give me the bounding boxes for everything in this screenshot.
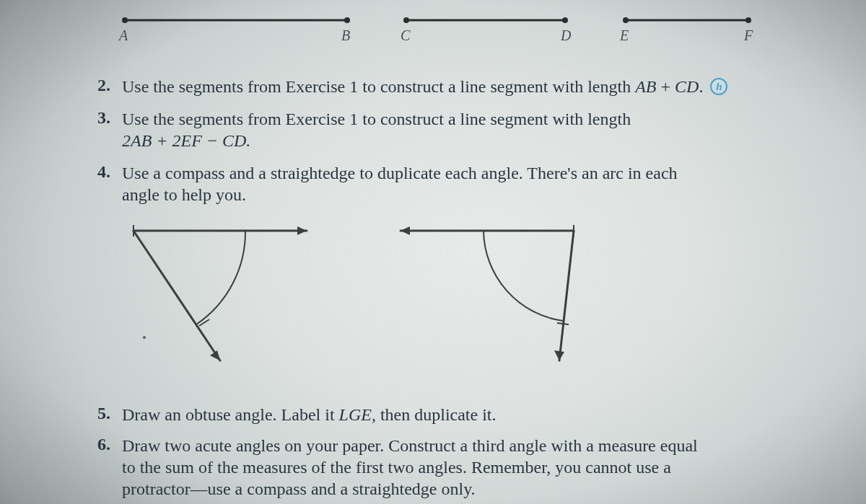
- segments-svg: [119, 14, 769, 36]
- angle-right: [401, 225, 574, 361]
- q2-text: Use the segments from Exercise 1 to cons…: [122, 76, 727, 97]
- q5-text-a: Draw an obtuse angle. Label it: [122, 405, 339, 424]
- q2-dot: .: [699, 77, 703, 96]
- q5-number: 5.: [97, 404, 110, 423]
- svg-point-15: [143, 336, 146, 339]
- q3-number: 3.: [97, 108, 110, 128]
- q4-text-a: Use a compass and a straightedge to dupl…: [122, 164, 678, 182]
- svg-point-2: [344, 17, 350, 23]
- q4-text: Use a compass and a straightedge to dupl…: [122, 162, 678, 205]
- label-A: A: [119, 27, 128, 44]
- svg-line-21: [557, 323, 569, 324]
- label-C: C: [401, 27, 410, 44]
- svg-point-7: [623, 17, 629, 23]
- svg-line-19: [559, 231, 574, 361]
- q2-number: 2.: [97, 76, 110, 95]
- q3-expr: 2AB + 2EF − CD.: [122, 131, 250, 150]
- q2-cd: CD: [675, 77, 699, 96]
- q3-text: Use the segments from Exercise 1 to cons…: [122, 108, 631, 151]
- textbook-page: A B C D E F 2. Use the segments from Exe…: [0, 0, 866, 504]
- q5-text-b: then duplicate it.: [376, 405, 497, 424]
- q6-text-b: to the sum of the measures of the first …: [122, 458, 671, 477]
- q6-text: Draw two acute angles on your paper. Con…: [122, 435, 698, 500]
- label-E: E: [620, 27, 629, 44]
- angle-left: [134, 225, 307, 361]
- svg-line-14: [199, 319, 209, 326]
- page-content: A B C D E F 2. Use the segments from Exe…: [0, 0, 866, 504]
- svg-marker-10: [297, 226, 307, 235]
- q3-text-a: Use the segments from Exercise 1 to cons…: [122, 110, 631, 128]
- svg-marker-20: [554, 350, 564, 361]
- help-icon[interactable]: h: [710, 78, 727, 95]
- q4-number: 4.: [97, 162, 110, 182]
- angle-figures: [108, 209, 613, 375]
- svg-point-5: [562, 17, 568, 23]
- label-F: F: [744, 27, 753, 44]
- svg-point-8: [745, 17, 751, 23]
- svg-point-1: [122, 17, 128, 23]
- segments-row: A B C D E F: [119, 14, 769, 39]
- q2-text-a: Use the segments from Exercise 1 to cons…: [122, 77, 635, 96]
- svg-line-12: [134, 231, 220, 361]
- q2-ab: AB: [635, 77, 656, 96]
- label-D: D: [561, 27, 571, 44]
- q6-text-a: Draw two acute angles on your paper. Con…: [122, 436, 698, 455]
- q6-number: 6.: [97, 435, 110, 454]
- svg-marker-17: [401, 226, 410, 235]
- svg-marker-13: [210, 350, 220, 361]
- svg-point-4: [403, 17, 409, 23]
- label-B: B: [341, 27, 350, 44]
- q6-text-c: protractor—use a compass and a straighte…: [122, 479, 476, 498]
- q5-text: Draw an obtuse angle. Label it LGE, then…: [122, 404, 497, 425]
- q4-text-b: angle to help you.: [122, 185, 246, 204]
- q2-plus: +: [656, 77, 675, 96]
- q5-lge: LGE,: [339, 405, 376, 424]
